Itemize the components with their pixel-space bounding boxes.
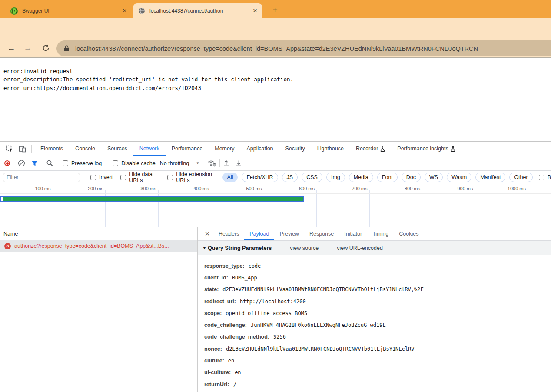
devtools-tab-label: Recorder bbox=[356, 146, 378, 152]
throttling-value: No throttling bbox=[160, 160, 189, 166]
details-tab[interactable]: Headers bbox=[213, 227, 244, 240]
parameter-row: ui-culture en bbox=[204, 367, 551, 379]
section-expand-caret-icon[interactable]: ▼ bbox=[202, 246, 206, 250]
request-type-pill[interactable]: WS bbox=[425, 173, 443, 182]
details-tab-label: Response bbox=[309, 231, 334, 237]
request-type-pill[interactable]: Fetch/XHR bbox=[242, 173, 278, 182]
invert-checkbox[interactable]: Invert bbox=[90, 174, 113, 180]
view-url-encoded-link[interactable]: view URL-encoded bbox=[337, 245, 383, 251]
inspect-element-icon[interactable] bbox=[3, 142, 16, 156]
devtools-tab[interactable]: Performance insights bbox=[391, 142, 461, 156]
checkbox-icon[interactable] bbox=[90, 175, 96, 180]
address-bar[interactable]: localhost:44387/connect/authorize?respon… bbox=[56, 40, 551, 56]
tab-close-icon[interactable]: ✕ bbox=[121, 7, 129, 15]
section-title[interactable]: Query String Parameters bbox=[208, 245, 272, 251]
pill-label: Other bbox=[514, 174, 528, 180]
hide-extension-urls-checkbox[interactable]: Hide extension URLs bbox=[167, 171, 217, 183]
checkbox-icon[interactable] bbox=[539, 175, 544, 180]
devtools-panel: Elements Console Sources Network bbox=[0, 141, 551, 392]
devtools-tab[interactable]: Recorder bbox=[350, 142, 391, 156]
devtools-tab-bar: Elements Console Sources Network bbox=[0, 142, 551, 156]
browser-tab-swagger[interactable]: {:} Swagger UI ✕ bbox=[5, 3, 132, 18]
new-tab-button[interactable]: + bbox=[269, 5, 281, 16]
details-tab[interactable]: Cookies bbox=[394, 227, 424, 240]
export-har-icon[interactable] bbox=[235, 159, 242, 167]
request-type-pill[interactable]: Img bbox=[326, 173, 345, 182]
devtools-tab-label: Sources bbox=[107, 146, 127, 152]
invert-label: Invert bbox=[99, 174, 113, 180]
devtools-tab[interactable]: Lighthouse bbox=[311, 142, 350, 156]
devtools-tab[interactable]: Network bbox=[133, 142, 166, 156]
name-column-header[interactable]: Name bbox=[0, 227, 197, 240]
blocked-cookies-checkbox[interactable]: B bbox=[539, 174, 551, 180]
request-type-pill[interactable]: Font bbox=[377, 173, 398, 182]
browser-tab-localhost[interactable]: localhost:44387/connect/authori ✕ bbox=[133, 3, 262, 18]
error-line: error_uri:https://documentation.openiddi… bbox=[3, 85, 201, 91]
network-conditions-icon[interactable] bbox=[207, 159, 217, 167]
reload-button[interactable] bbox=[40, 42, 52, 54]
details-tab[interactable]: Payload bbox=[244, 227, 274, 240]
devtools-tab[interactable]: Console bbox=[69, 142, 101, 156]
filter-input[interactable] bbox=[3, 173, 80, 182]
parameter-row: nonce d2E3eVZHUEdNNl9kLlVaa01BMWtRN0FCND… bbox=[204, 343, 551, 355]
back-button[interactable]: ← bbox=[5, 42, 17, 54]
pill-label: Doc bbox=[406, 174, 416, 180]
tab-close-icon[interactable]: ✕ bbox=[251, 7, 259, 15]
request-type-pill[interactable]: JS bbox=[282, 173, 298, 182]
error-line: error:invalid_request bbox=[3, 68, 73, 74]
request-type-pill[interactable]: Other bbox=[509, 173, 532, 182]
throttling-select[interactable]: No throttling ▼ bbox=[160, 160, 199, 166]
pill-label: Wasm bbox=[451, 174, 467, 180]
pill-label: Manifest bbox=[480, 174, 501, 180]
request-type-pill[interactable]: All bbox=[222, 173, 238, 182]
devtools-tab[interactable]: Performance bbox=[166, 142, 209, 156]
request-row[interactable]: ✕ authorize?response_type=code&client_id… bbox=[0, 240, 197, 252]
parameter-row: client_id BOMS_App bbox=[204, 272, 551, 283]
tick-label: 800 ms bbox=[370, 184, 423, 193]
devtools-tab[interactable]: Memory bbox=[209, 142, 240, 156]
devtools-tab[interactable]: Application bbox=[240, 142, 279, 156]
network-overview-timeline[interactable]: 100 ms200 ms300 ms400 ms500 ms600 ms700 … bbox=[0, 184, 551, 227]
forward-button[interactable]: → bbox=[22, 42, 34, 54]
parameter-row: returnUrl / bbox=[204, 379, 551, 390]
clear-network-log-icon[interactable] bbox=[18, 159, 25, 167]
details-tab[interactable]: Response bbox=[304, 227, 339, 240]
details-tab[interactable]: Timing bbox=[367, 227, 394, 240]
experiment-flask-icon bbox=[380, 146, 385, 152]
preserve-log-checkbox[interactable]: Preserve log bbox=[63, 160, 102, 166]
devtools-tab[interactable]: Sources bbox=[101, 142, 133, 156]
checkbox-icon[interactable] bbox=[120, 175, 126, 180]
checkbox-icon[interactable] bbox=[113, 160, 118, 166]
pill-label: CSS bbox=[306, 174, 318, 180]
parameter-key: culture bbox=[204, 358, 224, 364]
details-tabs: Headers Payload Preview Response bbox=[213, 227, 424, 240]
overview-request-bar[interactable] bbox=[0, 196, 304, 202]
parameter-value: openid offline_access BOMS bbox=[226, 310, 307, 316]
device-toolbar-icon[interactable] bbox=[16, 142, 29, 156]
network-main-area: Name ✕ authorize?response_type=code&clie… bbox=[0, 227, 551, 392]
devtools-tab-label: Application bbox=[246, 146, 273, 152]
details-tab[interactable]: Preview bbox=[274, 227, 304, 240]
details-tab[interactable]: Initiator bbox=[339, 227, 367, 240]
request-type-pill[interactable]: Doc bbox=[402, 173, 421, 182]
devtools-tab-label: Performance bbox=[172, 146, 203, 152]
close-details-icon[interactable]: ✕ bbox=[201, 227, 213, 240]
devtools-tab[interactable]: Elements bbox=[34, 142, 69, 156]
checkbox-icon[interactable] bbox=[63, 160, 68, 166]
request-type-pill[interactable]: Media bbox=[349, 173, 373, 182]
request-type-pill[interactable]: CSS bbox=[302, 173, 322, 182]
view-source-link[interactable]: view source bbox=[290, 245, 319, 251]
import-har-icon[interactable] bbox=[222, 159, 230, 167]
hide-data-urls-checkbox[interactable]: Hide data URLs bbox=[120, 171, 159, 183]
filter-funnel-icon[interactable] bbox=[31, 159, 38, 167]
devtools-tab[interactable]: Security bbox=[279, 142, 311, 156]
parameter-key: code_challenge bbox=[204, 322, 247, 328]
devtools-tab-label: Network bbox=[139, 146, 159, 152]
request-type-pill[interactable]: Wasm bbox=[447, 173, 471, 182]
disable-cache-checkbox[interactable]: Disable cache bbox=[113, 160, 156, 166]
error-status-icon: ✕ bbox=[4, 243, 11, 249]
checkbox-icon[interactable] bbox=[167, 175, 173, 180]
request-type-pill[interactable]: Manifest bbox=[475, 173, 505, 182]
record-network-log-button[interactable] bbox=[4, 160, 10, 166]
search-icon[interactable] bbox=[46, 159, 53, 167]
